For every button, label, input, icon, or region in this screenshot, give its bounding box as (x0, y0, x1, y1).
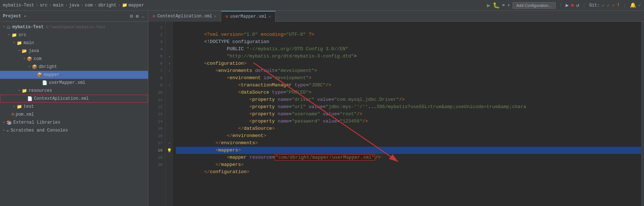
gutter-3 (166, 38, 173, 46)
gutter-11 (166, 96, 173, 103)
tree-item-scratches[interactable]: ▸ ✏ Scratches and Consoles (0, 126, 148, 134)
scratches-label: Scratches and Consoles (10, 128, 68, 133)
package-mapper-icon: 📦 (37, 72, 42, 78)
dbright-label: dbright (39, 64, 57, 69)
fold-7-icon: ▾ (168, 69, 170, 73)
maven-pom-icon: m (12, 112, 14, 117)
line-numbers: 1 2 3 4 5 6 7 8 9 10 11 12 13 14 15 16 1… (148, 22, 166, 206)
tab-usermapper[interactable]: ⚙ userMapper.xml ✕ (221, 11, 275, 22)
expand-main-arrow: ▾ (12, 40, 17, 46)
tree-item-main[interactable]: ▾ 📁 main (0, 39, 148, 47)
gutter-17[interactable]: ▾ (166, 140, 173, 147)
line-num-5: 5 (148, 53, 165, 60)
tab-usermapper-close[interactable]: ✕ (269, 14, 271, 19)
separator3: | (623, 3, 626, 8)
editor-area: ⚙ ContextAplication.xml ✕ ⚙ userMapper.x… (148, 11, 644, 206)
gutter-9[interactable]: ▾ (166, 82, 173, 89)
git-warning: ! (617, 3, 620, 8)
tree-item-resources[interactable]: ▾ 📁 resources (0, 87, 148, 95)
folder-resources-icon: 📁 (22, 88, 27, 94)
git-check1: ✓ (602, 3, 605, 8)
vertical-scrollbar[interactable] (641, 22, 644, 206)
tree-item-mapper[interactable]: ▾ 📦 mapper (0, 71, 148, 79)
rerun-btn[interactable]: ↺ (576, 2, 579, 8)
folder-main-icon: 📁 (17, 40, 22, 46)
folder-java-icon: 📂 (22, 48, 27, 54)
code-line-1: <?xml version="1.0" encoding="UTF-8" ?> (176, 24, 641, 31)
collapse-all-icon[interactable]: ⊟ (130, 13, 134, 20)
coverage-icon[interactable]: ☂ (502, 2, 505, 8)
tab-contextaplication-icon: ⚙ (153, 14, 155, 18)
gutter-14 (166, 118, 173, 125)
gutter-12 (166, 103, 173, 111)
tab-usermapper-label: userMapper.xml (230, 14, 267, 19)
fold-6-icon: ▾ (168, 62, 170, 66)
top-bar-right: ▶ 🐛 ☂ ⚡ Add Configuration... | ▶ ■ ↺ | G… (487, 2, 641, 9)
separator2: | (583, 3, 586, 8)
pom-spacer: ▸ (7, 112, 12, 117)
tree-item-java[interactable]: ▾ 📂 java (0, 47, 148, 55)
git-x: ✗ (612, 3, 615, 8)
gutter-8 (166, 74, 173, 82)
breadcrumb-src[interactable]: src (40, 3, 48, 8)
tree-item-dbright[interactable]: ▾ 📦 dbright (0, 63, 148, 71)
contextaplication-label: ContextAplication.xml (34, 96, 89, 101)
tree-item-contextaplication[interactable]: ▸ 📄 ContextAplication.xml (0, 95, 148, 103)
extlibs-label: External Libraries (13, 120, 60, 125)
tree-item-pom[interactable]: ▸ m pom.xml (0, 111, 148, 119)
line-num-16: 16 (148, 132, 165, 140)
mapper-label: mapper (44, 72, 59, 77)
gutter-7[interactable]: ▾ (166, 67, 173, 74)
stop-btn[interactable]: ■ (571, 3, 574, 8)
expand-scratches-arrow: ▸ (1, 128, 7, 133)
gutter-6[interactable]: ▾ (166, 60, 173, 67)
breadcrumb-main[interactable]: main (53, 3, 63, 8)
usermapper-label: userMapper.xml (49, 80, 85, 85)
com-label: com (34, 56, 42, 61)
debug-icon[interactable]: 🐛 (493, 2, 500, 9)
tab-contextaplication[interactable]: ⚙ ContextAplication.xml ✕ (148, 11, 221, 22)
breadcrumb-com[interactable]: com (85, 3, 93, 8)
breadcrumb-java[interactable]: java (69, 3, 79, 8)
line-num-4: 4 (148, 46, 165, 53)
expand-root-arrow: ▾ (1, 25, 7, 30)
expand-com-arrow: ▾ (22, 56, 27, 61)
more-icon[interactable]: … (141, 13, 145, 20)
line-num-1: 1 (148, 24, 165, 31)
gutter-13 (166, 111, 173, 118)
scratches-icon: ✏ (7, 128, 9, 133)
fold-17-icon: ▾ (168, 141, 170, 145)
extlibs-icon: 📚 (7, 120, 12, 125)
notification-icon[interactable]: 🔔 (630, 2, 636, 8)
settings-icon[interactable]: ⚙ (135, 13, 139, 20)
package-com-icon: 📦 (27, 56, 32, 62)
profiler-icon[interactable]: ⚡ (507, 2, 510, 8)
tree-item-com[interactable]: ▾ 📦 com (0, 55, 148, 63)
breadcrumb-mapper[interactable]: 📁 mapper (122, 3, 144, 8)
tab-usermapper-icon: ⚙ (226, 14, 228, 19)
tree-item-extlibs[interactable]: ▸ 📚 External Libraries (0, 119, 148, 126)
sidebar-dropdown-icon[interactable]: ▾ (24, 14, 26, 18)
fold-5-icon: ▾ (168, 55, 170, 59)
gutter-18[interactable]: 💡 (166, 147, 173, 154)
run-icon[interactable]: ▶ (487, 2, 491, 9)
main-layout: Project ▾ ⊟ ⚙ … ▾ 🗂 mybatis-Test D:\woek… (0, 11, 644, 206)
expand-src-arrow: ▾ (7, 33, 12, 38)
tab-contextaplication-close[interactable]: ✕ (214, 14, 216, 18)
add-configuration-button[interactable]: Add Configuration... (513, 2, 556, 9)
tree-item-test[interactable]: ▸ 📁 test (0, 103, 148, 111)
sidebar-header: Project ▾ ⊟ ⚙ … (0, 11, 148, 22)
gutter-5[interactable]: ▾ (166, 53, 173, 60)
breadcrumb: mybatis-Test › src › main › java › com ›… (3, 3, 144, 8)
line-num-3: 3 (148, 38, 165, 46)
breadcrumb-dbright[interactable]: dbright (98, 3, 116, 8)
code-content[interactable]: <?xml version="1.0" encoding="UTF-8" ?> … (173, 22, 641, 206)
root-label: mybatis-Test (12, 25, 43, 30)
run-btn[interactable]: ▶ (566, 2, 569, 8)
tree-item-src[interactable]: ▾ 📁 src (0, 31, 148, 39)
breadcrumb-project[interactable]: mybatis-Test (3, 3, 34, 8)
line-num-17: 17 (148, 140, 165, 147)
line-num-7: 7 (148, 67, 165, 74)
tree-item-usermapper[interactable]: ▸ 📄 userMapper.xml (0, 79, 148, 87)
tree-item-root[interactable]: ▾ 🗂 mybatis-Test D:\woekSpace\mybatis-Te… (0, 23, 148, 31)
